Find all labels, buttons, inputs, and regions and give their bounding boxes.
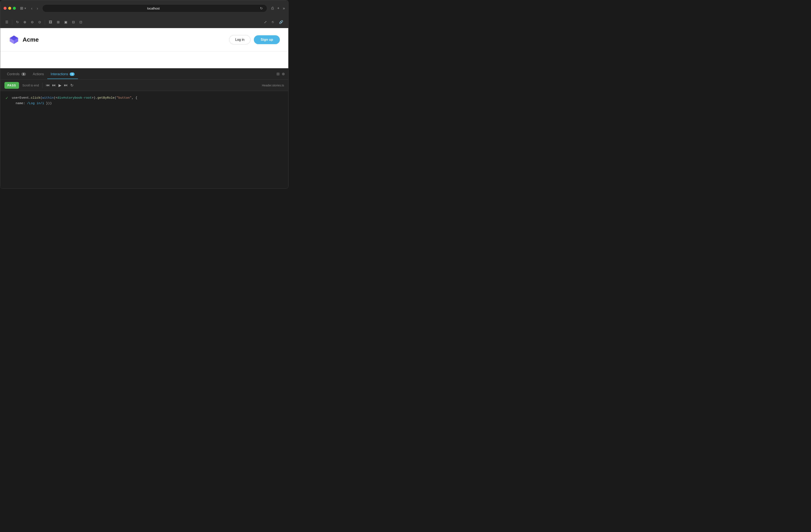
extensions-icon[interactable]: » — [283, 6, 285, 11]
pass-badge: PASS — [4, 82, 19, 89]
close-panel-icon[interactable]: ⊗ — [282, 72, 285, 76]
interaction-toolbar: PASS Scroll to end ⏮ ⏭︎ ▶ ⏭ ↻ Header.sto… — [0, 80, 288, 91]
title-bar: ⊞ ▾ ‹ › localhost ↻ ⎙ + » — [0, 0, 288, 16]
auth-buttons: Log in Sign up — [229, 35, 280, 44]
address-bar[interactable]: localhost ↻ — [42, 4, 267, 12]
sidebar-icon: ⊞ — [20, 6, 23, 11]
dev-panel: Controls 1 Actions Interactions 1 ⊞ ⊗ PA… — [0, 68, 288, 188]
step-back-icon[interactable]: ⏭︎ — [52, 83, 56, 88]
app-name: Acme — [22, 36, 39, 43]
tabs-right-actions: ⊞ ⊗ — [276, 72, 285, 76]
story-file-name: Header.stories.ts — [262, 83, 284, 87]
interactions-badge: 1 — [70, 73, 75, 76]
sidebar-toggle[interactable]: ⊞ ▾ — [20, 6, 26, 11]
code-click-method: click — [31, 96, 40, 100]
browser-window: ⊞ ▾ ‹ › localhost ↻ ⎙ + » ☰ ↻ ⊕ ⊖ ⊙ 🖼 ⊞ … — [0, 0, 289, 189]
code-line-content-2: name: /Log in/i })) — [12, 101, 137, 106]
step-forward-icon[interactable]: ▶ — [59, 83, 61, 88]
copy-link-icon[interactable]: 🔗 — [277, 19, 285, 25]
toolbar-separator — [12, 20, 12, 25]
tab-actions-label: Actions — [33, 72, 44, 76]
code-userevent: userEvent. — [12, 96, 31, 100]
fullscreen-icon[interactable]: ⤢ — [262, 19, 269, 25]
nav-buttons: ‹ › — [29, 5, 40, 12]
tab-controls[interactable]: Controls 1 — [4, 69, 29, 79]
playback-controls: ⏮ ⏭︎ ▶ ⏭ ↻ — [46, 83, 74, 88]
refresh-icon[interactable]: ↻ — [14, 19, 20, 25]
dropdown-chevron-icon: ▾ — [25, 6, 26, 10]
tab-interactions[interactable]: Interactions 1 — [47, 69, 78, 79]
close-button[interactable] — [4, 7, 6, 10]
forward-button[interactable]: › — [35, 5, 40, 12]
code-line-1: ✓ userEvent.click(within(<div#storybook-… — [5, 95, 283, 106]
code-getbyrole-method: getByRole — [97, 96, 114, 100]
logo-area: Acme — [9, 34, 39, 45]
pass-checkmark-icon: ✓ — [5, 96, 9, 100]
back-button[interactable]: ‹ — [29, 5, 34, 12]
tab-actions[interactable]: Actions — [29, 69, 47, 79]
preview-content-area — [0, 51, 288, 68]
login-button[interactable]: Log in — [229, 35, 251, 44]
grid-icon[interactable]: ⊞ — [55, 19, 61, 25]
new-tab-icon[interactable]: + — [277, 6, 279, 11]
code-area: ✓ userEvent.click(within(<div#storybook-… — [0, 91, 288, 188]
selection-icon[interactable]: ⊡ — [78, 19, 84, 25]
minimize-button[interactable] — [8, 7, 11, 10]
share-icon[interactable]: ⎙ — [271, 6, 274, 11]
layout-icon[interactable]: ▣ — [62, 19, 69, 25]
controls-badge: 1 — [21, 73, 26, 76]
code-regex-value: /Log in/i — [27, 102, 44, 105]
url-display: localhost — [47, 6, 260, 10]
scroll-to-end-button[interactable]: Scroll to end — [22, 83, 39, 87]
skip-to-start-icon[interactable]: ⏮ — [46, 83, 50, 88]
playback-separator — [42, 82, 43, 88]
tab-interactions-label: Interactions — [51, 72, 68, 76]
zoom-out-icon[interactable]: ⊖ — [29, 19, 35, 25]
panel-layout-icon[interactable]: ⊞ — [276, 72, 280, 76]
skip-to-end-icon[interactable]: ⏭ — [64, 83, 68, 88]
tab-controls-label: Controls — [7, 72, 20, 76]
image-icon[interactable]: 🖼 — [47, 19, 54, 25]
zoom-fit-icon[interactable]: ⊙ — [36, 19, 43, 25]
code-role-value: "button" — [117, 96, 132, 100]
menu-icon[interactable]: ☰ — [4, 19, 10, 25]
acme-logo — [9, 34, 19, 45]
reload-icon[interactable]: ↻ — [260, 6, 263, 10]
inspector-toolbar: ☰ ↻ ⊕ ⊖ ⊙ 🖼 ⊞ ▣ ⊟ ⊡ ⤢ ⎋ 🔗 — [0, 16, 288, 28]
ruler-icon[interactable]: ⊟ — [70, 19, 76, 25]
browser-actions: ⎙ + » — [271, 6, 285, 11]
signup-button[interactable]: Sign up — [254, 35, 280, 44]
zoom-in-icon[interactable]: ⊕ — [22, 19, 28, 25]
rerun-icon[interactable]: ↻ — [70, 83, 74, 88]
toolbar-separator-2 — [45, 20, 45, 25]
preview-area: Acme Log in Sign up — [0, 28, 288, 51]
code-line-content-1: userEvent.click(within(<div#storybook-ro… — [12, 95, 137, 101]
maximize-button[interactable] — [13, 7, 16, 10]
toolbar-right: ⤢ ⎋ 🔗 — [262, 19, 285, 25]
code-selector: div#storybook-root — [58, 96, 92, 100]
traffic-lights — [4, 7, 16, 10]
code-within-method: within — [42, 96, 53, 100]
external-link-icon[interactable]: ⎋ — [270, 19, 276, 25]
code-block: userEvent.click(within(<div#storybook-ro… — [12, 95, 137, 106]
dev-panel-tabs: Controls 1 Actions Interactions 1 ⊞ ⊗ — [0, 68, 288, 80]
